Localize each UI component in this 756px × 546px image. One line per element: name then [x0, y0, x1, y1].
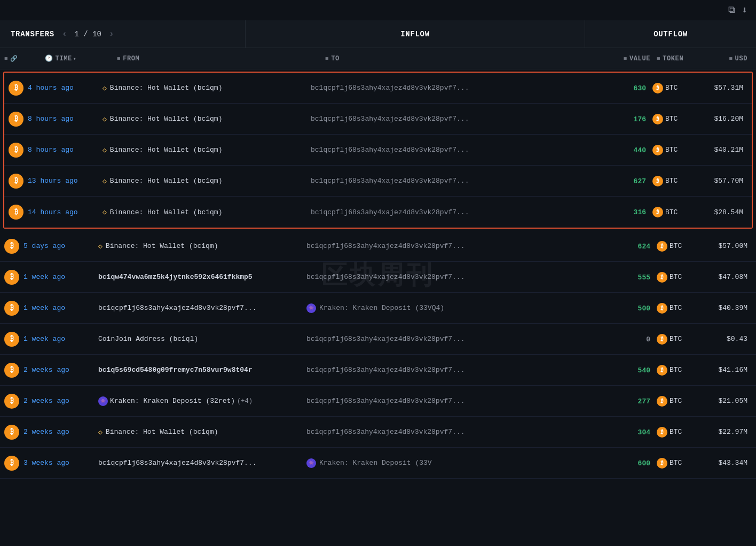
- token-filter-icon[interactable]: ≡: [657, 56, 660, 62]
- table-row[interactable]: ₿ 2 weeks ago 👾 Kraken: Kraken Deposit (…: [0, 386, 756, 417]
- from-text[interactable]: bc1qcpflj68s3ahy4xajez4d8v3vk28pvf7...: [98, 304, 256, 312]
- from-text[interactable]: bc1qw474vwa6mz5k4jytnke592x6461fkkmp5: [98, 273, 253, 281]
- row-to[interactable]: bc1qcpflj68s3ahy4xajez4d8v3vk28pvf7...: [306, 397, 608, 405]
- exchange-icon: ◇: [103, 84, 107, 92]
- value-number: 555: [638, 274, 650, 282]
- row-to[interactable]: bc1qcpflj68s3ahy4xajez4d8v3vk28pvf7...: [306, 242, 608, 250]
- from-text[interactable]: Binance: Hot Wallet (bc1qm): [110, 115, 223, 123]
- table-row[interactable]: ₿ 2 weeks ago ◇ Binance: Hot Wallet (bc1…: [0, 417, 756, 448]
- value-number: 304: [638, 428, 650, 436]
- from-text[interactable]: bc1q5s69cd5480g09fremyc7n58vur9w8t04r: [98, 366, 253, 374]
- clock-icon: 🕐: [45, 54, 53, 63]
- to-filter-icon[interactable]: ≡: [325, 56, 329, 62]
- table-row[interactable]: ₿ 1 week ago CoinJoin Address (bc1ql) bc…: [0, 324, 756, 355]
- table-row[interactable]: ₿ 1 week ago bc1qw474vwa6mz5k4jytnke592x…: [0, 262, 756, 293]
- row-to[interactable]: bc1qcpflj68s3ahy4xajez4d8v3vk28pvf7...: [311, 84, 603, 92]
- row-token: ₿ BTC: [646, 207, 694, 217]
- btc-token-icon: ₿: [657, 396, 667, 407]
- row-to[interactable]: bc1qcpflj68s3ahy4xajez4d8v3vk28pvf7...: [311, 177, 603, 185]
- row-value: 500: [608, 304, 650, 313]
- exchange-icon: ◇: [98, 242, 103, 251]
- token-name: BTC: [665, 84, 678, 92]
- btc-token-icon: ₿: [657, 272, 667, 283]
- copy-icon[interactable]: ⧉: [728, 5, 735, 15]
- row-to[interactable]: bc1qcpflj68s3ahy4xajez4d8v3vk28pvf7...: [311, 208, 603, 216]
- btc-row-icon: ₿: [4, 301, 19, 316]
- table-body: ₿ 4 hours ago ◇ Binance: Hot Wallet (bc1…: [0, 72, 756, 479]
- row-usd: $43.34M: [698, 459, 752, 467]
- kraken-to-icon: 👾: [306, 458, 316, 468]
- table-row[interactable]: ₿ 8 hours ago ◇ Binance: Hot Wallet (bc1…: [4, 104, 752, 135]
- row-usd: $40.21M: [694, 146, 747, 154]
- kraken-from-icon: 👾: [98, 396, 108, 406]
- prev-page-button[interactable]: ‹: [60, 28, 69, 40]
- btc-token-icon: ₿: [657, 241, 667, 252]
- filter-all-icon[interactable]: ≡: [4, 56, 8, 62]
- row-usd: $21.05M: [698, 397, 752, 405]
- row-to[interactable]: bc1qcpflj68s3ahy4xajez4d8v3vk28pvf7...: [306, 335, 608, 343]
- row-value: 304: [608, 428, 650, 436]
- to-label: TO: [331, 55, 340, 63]
- row-value: 277: [608, 397, 650, 405]
- transfers-section: TRANSFERS ‹ 1 / 10 ›: [0, 20, 246, 48]
- row-to[interactable]: bc1qcpflj68s3ahy4xajez4d8v3vk28pvf7...: [311, 146, 603, 154]
- download-icon[interactable]: ⬇: [742, 4, 747, 16]
- row-value: 555: [608, 273, 650, 282]
- btc-row-icon: ₿: [4, 425, 19, 440]
- from-text[interactable]: Binance: Hot Wallet (bc1qm): [110, 177, 223, 185]
- row-usd: $47.08M: [698, 273, 752, 281]
- row-time: 3 weeks ago: [23, 459, 98, 467]
- extra-count: (+4): [237, 397, 253, 405]
- table-row[interactable]: ₿ 14 hours ago ◇ Binance: Hot Wallet (bc…: [4, 197, 752, 228]
- btc-token-icon: ₿: [652, 207, 663, 217]
- header-row: TRANSFERS ‹ 1 / 10 › INFLOW OUTFLOW: [0, 20, 756, 48]
- from-text[interactable]: Binance: Hot Wallet (bc1qm): [106, 242, 218, 250]
- usd-filter-icon[interactable]: ≡: [729, 56, 733, 62]
- row-usd: $57.31M: [694, 84, 747, 92]
- row-to[interactable]: bc1qcpflj68s3ahy4xajez4d8v3vk28pvf7...: [311, 115, 603, 123]
- row-to[interactable]: bc1qcpflj68s3ahy4xajez4d8v3vk28pvf7...: [306, 273, 608, 281]
- from-text[interactable]: CoinJoin Address (bc1ql): [98, 335, 198, 343]
- btc-token-icon: ₿: [652, 83, 663, 93]
- table-row[interactable]: ₿ 2 weeks ago bc1q5s69cd5480g09fremyc7n5…: [0, 355, 756, 386]
- exchange-icon: ◇: [103, 146, 107, 154]
- row-time: 14 hours ago: [28, 208, 103, 216]
- table-row[interactable]: ₿ 8 hours ago ◇ Binance: Hot Wallet (bc1…: [4, 135, 752, 166]
- next-page-button[interactable]: ›: [107, 28, 116, 40]
- row-time: 8 hours ago: [28, 115, 103, 123]
- from-text[interactable]: Binance: Hot Wallet (bc1qm): [106, 428, 218, 436]
- table-row[interactable]: ₿ 3 weeks ago bc1qcpflj68s3ahy4xajez4d8v…: [0, 448, 756, 479]
- row-to[interactable]: bc1qcpflj68s3ahy4xajez4d8v3vk28pvf7...: [306, 428, 608, 436]
- from-text[interactable]: Binance: Hot Wallet (bc1qm): [110, 146, 223, 154]
- from-text[interactable]: Binance: Hot Wallet (bc1qm): [110, 208, 223, 216]
- row-time: 2 weeks ago: [23, 397, 98, 405]
- table-row[interactable]: ₿ 5 days ago ◇ Binance: Hot Wallet (bc1q…: [0, 231, 756, 262]
- table-row[interactable]: ₿ 1 week ago bc1qcpflj68s3ahy4xajez4d8v3…: [0, 293, 756, 324]
- btc-row-icon: ₿: [9, 143, 23, 158]
- row-to[interactable]: 👾 Kraken: Kraken Deposit (33V: [306, 458, 608, 468]
- col-token: ≡ TOKEN: [650, 55, 698, 63]
- top-bar: ⧉ ⬇: [0, 0, 756, 20]
- from-filter-icon[interactable]: ≡: [117, 56, 121, 62]
- link-icon[interactable]: 🔗: [10, 55, 18, 62]
- value-filter-icon[interactable]: ≡: [624, 56, 627, 62]
- token-name: BTC: [670, 459, 682, 467]
- usd-label: USD: [735, 55, 747, 63]
- from-text[interactable]: bc1qcpflj68s3ahy4xajez4d8v3vk28pvf7...: [98, 459, 256, 467]
- row-from: bc1qw474vwa6mz5k4jytnke592x6461fkkmp5: [98, 273, 306, 281]
- token-name: BTC: [670, 428, 682, 436]
- from-text[interactable]: Binance: Hot Wallet (bc1qm): [110, 84, 223, 92]
- from-text[interactable]: Kraken: Kraken Deposit (32ret): [110, 397, 235, 405]
- row-time: 13 hours ago: [28, 177, 103, 185]
- time-filter[interactable]: TIME ▾: [56, 55, 77, 63]
- value-number: 624: [638, 243, 650, 251]
- table-row[interactable]: ₿ 13 hours ago ◇ Binance: Hot Wallet (bc…: [4, 166, 752, 197]
- exchange-icon: ◇: [98, 428, 103, 436]
- row-to[interactable]: bc1qcpflj68s3ahy4xajez4d8v3vk28pvf7...: [306, 366, 608, 374]
- col-from: ≡ FROM: [117, 55, 325, 63]
- btc-row-icon: ₿: [9, 81, 23, 96]
- row-to[interactable]: 👾 Kraken: Kraken Deposit (33VQ4): [306, 303, 608, 313]
- table-row[interactable]: ₿ 4 hours ago ◇ Binance: Hot Wallet (bc1…: [4, 73, 752, 104]
- row-time: 2 weeks ago: [23, 428, 98, 436]
- row-from: ◇ Binance: Hot Wallet (bc1qm): [103, 84, 311, 92]
